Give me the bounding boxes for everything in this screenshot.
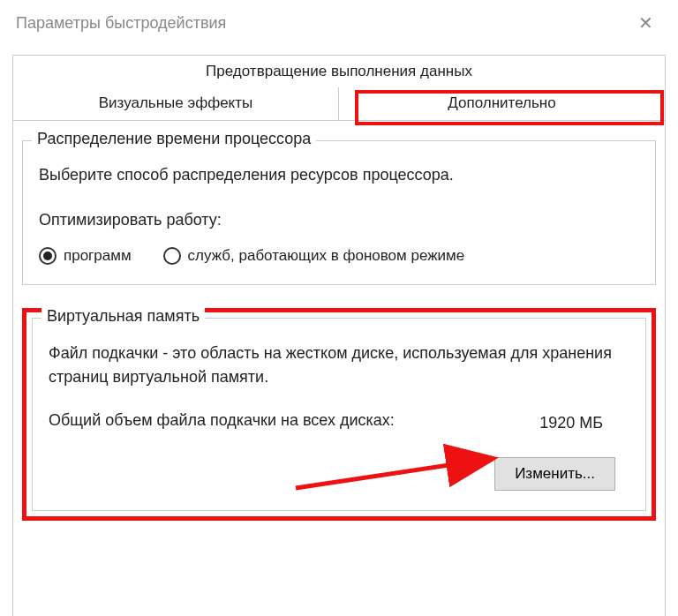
cpu-scheduling-group: Распределение времени процессора Выберит…	[22, 140, 656, 285]
tab-advanced[interactable]: Дополнительно	[339, 87, 665, 120]
vm-size-value: 1920 МБ	[539, 414, 629, 432]
tab-dep[interactable]: Предотвращение выполнения данных	[13, 56, 665, 87]
close-icon[interactable]: ✕	[629, 9, 662, 37]
vm-description: Файл подкачки - это область на жестком д…	[49, 342, 629, 389]
radio-programs-label: программ	[64, 247, 132, 265]
cpu-group-description: Выберите способ распределения ресурсов п…	[39, 164, 639, 186]
vm-size-label: Общий объем файла подкачки на всех диска…	[49, 409, 395, 432]
tabs-container: Предотвращение выполнения данных Визуаль…	[12, 55, 666, 121]
virtual-memory-group: Виртуальная память Файл подкачки - это о…	[32, 318, 646, 511]
radio-services-label: служб, работающих в фоновом режиме	[188, 247, 465, 265]
vm-button-row: Изменить...	[49, 457, 629, 491]
vm-group-legend: Виртуальная память	[41, 307, 205, 326]
annotation-arrow-icon	[287, 439, 516, 501]
tab-row-bottom: Визуальные эффекты Дополнительно	[12, 87, 666, 121]
tab-visual-effects[interactable]: Визуальные эффекты	[13, 87, 339, 120]
tab-row-top: Предотвращение выполнения данных	[12, 55, 666, 88]
radio-icon	[39, 247, 56, 265]
cpu-group-legend: Распределение времени процессора	[32, 130, 316, 148]
radio-services[interactable]: служб, работающих в фоновом режиме	[163, 247, 465, 265]
vm-size-row: Общий объем файла подкачки на всех диска…	[49, 409, 629, 432]
optimize-label: Оптимизировать работу:	[39, 211, 639, 229]
svg-line-1	[296, 459, 490, 488]
window-title: Параметры быстродействия	[16, 14, 226, 33]
tab-content: Распределение времени процессора Выберит…	[12, 121, 666, 616]
radio-icon	[163, 247, 181, 265]
radio-programs[interactable]: программ	[39, 247, 132, 265]
change-button[interactable]: Изменить...	[494, 457, 615, 491]
radio-row: программ служб, работающих в фоновом реж…	[39, 247, 639, 265]
titlebar: Параметры быстродействия ✕	[0, 0, 678, 46]
annotation-highlight-vm: Виртуальная память Файл подкачки - это о…	[22, 308, 656, 521]
